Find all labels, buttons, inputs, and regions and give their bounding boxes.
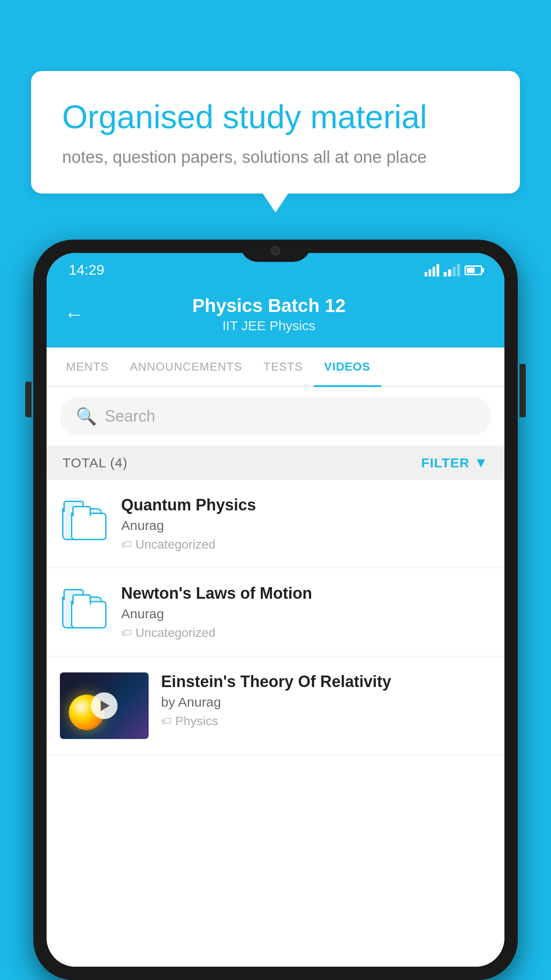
play-button-icon[interactable] bbox=[91, 692, 118, 719]
battery-icon bbox=[464, 265, 482, 275]
phone-screen: 14:29 bbox=[47, 253, 504, 967]
signal-bars-icon bbox=[444, 264, 460, 277]
video-category-1: Uncategorized bbox=[135, 537, 216, 552]
video-info-3: Einstein's Theory Of Relativity by Anura… bbox=[161, 672, 491, 728]
bubble-tail bbox=[262, 193, 289, 213]
filter-bar: TOTAL (4) FILTER ▼ bbox=[47, 446, 504, 480]
filter-funnel-icon: ▼ bbox=[474, 454, 488, 471]
bubble-title: Organised study material bbox=[62, 98, 489, 137]
phone-notch bbox=[240, 240, 311, 262]
video-category-3: Physics bbox=[175, 714, 218, 728]
speech-bubble-wrapper: Organised study material notes, question… bbox=[31, 71, 520, 213]
video-title-2: Newton's Laws of Motion bbox=[121, 584, 491, 603]
bubble-subtitle: notes, question papers, solutions all at… bbox=[62, 148, 489, 167]
video-author-1: Anurag bbox=[121, 518, 491, 533]
tab-videos[interactable]: VIDEOS bbox=[314, 348, 381, 386]
video-info-2: Newton's Laws of Motion Anurag 🏷 Uncateg… bbox=[121, 584, 491, 640]
back-button[interactable]: ← bbox=[64, 303, 84, 325]
filter-button[interactable]: FILTER ▼ bbox=[421, 454, 488, 471]
tag-icon-3: 🏷 bbox=[161, 715, 172, 727]
video-title-1: Quantum Physics bbox=[121, 496, 491, 514]
total-count: TOTAL (4) bbox=[63, 455, 128, 470]
tab-ments[interactable]: MENTS bbox=[55, 348, 119, 386]
list-item[interactable]: Quantum Physics Anurag 🏷 Uncategorized bbox=[47, 480, 504, 568]
header-title-group: Physics Batch 12 IIT JEE Physics bbox=[97, 295, 441, 333]
folder-icon-2 bbox=[60, 584, 109, 633]
background: Organised study material notes, question… bbox=[0, 0, 551, 980]
phone-wrapper: 14:29 bbox=[33, 240, 518, 980]
tag-icon-2: 🏷 bbox=[121, 627, 132, 639]
tab-tests[interactable]: TESTS bbox=[253, 348, 314, 386]
list-item[interactable]: Einstein's Theory Of Relativity by Anura… bbox=[47, 656, 504, 755]
video-tag-3: 🏷 Physics bbox=[161, 714, 491, 728]
phone-outer: 14:29 bbox=[33, 240, 518, 980]
video-title-3: Einstein's Theory Of Relativity bbox=[161, 672, 491, 691]
video-tag-1: 🏷 Uncategorized bbox=[121, 537, 491, 552]
video-category-2: Uncategorized bbox=[135, 626, 216, 640]
header-title: Physics Batch 12 bbox=[97, 295, 441, 316]
search-box[interactable]: 🔍 Search bbox=[60, 398, 491, 435]
camera-dot bbox=[271, 246, 280, 256]
app-header: ← Physics Batch 12 IIT JEE Physics bbox=[47, 283, 504, 348]
wifi-icon bbox=[425, 264, 439, 277]
filter-label: FILTER bbox=[421, 455, 470, 470]
tabs-bar: MENTS ANNOUNCEMENTS TESTS VIDEOS bbox=[47, 348, 504, 387]
header-subtitle: IIT JEE Physics bbox=[97, 318, 441, 333]
speech-bubble: Organised study material notes, question… bbox=[31, 71, 520, 194]
tag-icon-1: 🏷 bbox=[121, 538, 132, 551]
status-icons bbox=[425, 264, 482, 277]
video-author-3: by Anurag bbox=[161, 695, 491, 710]
status-time: 14:29 bbox=[69, 262, 104, 278]
search-icon: 🔍 bbox=[76, 407, 97, 426]
video-info-1: Quantum Physics Anurag 🏷 Uncategorized bbox=[121, 496, 491, 552]
tab-announcements[interactable]: ANNOUNCEMENTS bbox=[119, 348, 253, 386]
list-item[interactable]: Newton's Laws of Motion Anurag 🏷 Uncateg… bbox=[47, 568, 504, 656]
search-placeholder: Search bbox=[105, 407, 155, 426]
video-list: Quantum Physics Anurag 🏷 Uncategorized bbox=[47, 480, 504, 967]
video-tag-2: 🏷 Uncategorized bbox=[121, 626, 491, 640]
folder-icon-1 bbox=[60, 496, 109, 545]
search-container: 🔍 Search bbox=[47, 387, 504, 446]
play-triangle bbox=[101, 700, 110, 711]
video-thumbnail-3 bbox=[60, 672, 149, 739]
video-author-2: Anurag bbox=[121, 606, 491, 621]
